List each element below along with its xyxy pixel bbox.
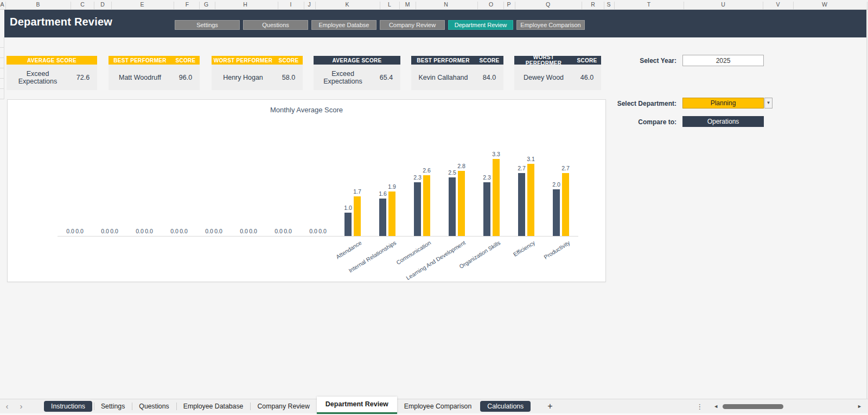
bar-value-label: 1.0 bbox=[340, 205, 356, 211]
nav-button-employee-databse[interactable]: Employee Databse bbox=[311, 20, 376, 30]
column-header-g: G bbox=[204, 1, 208, 8]
kpi-card-worst-performer-score-dept: WORST PERFORMERSCOREHenry Hogan58.0 bbox=[212, 56, 303, 90]
bar-value-label: 0.0 bbox=[210, 228, 227, 234]
column-header-u: U bbox=[721, 1, 725, 8]
nav-button-employee-comparison[interactable]: Employee Comparison bbox=[516, 20, 585, 30]
row-gridline-sliver bbox=[0, 37, 4, 99]
sheet-tab-company-review[interactable]: Company Review bbox=[250, 399, 316, 413]
column-divider bbox=[515, 2, 515, 9]
column-header-c: C bbox=[80, 1, 85, 8]
bar-yellow bbox=[388, 191, 395, 236]
bar-value-label: 1.7 bbox=[349, 188, 366, 195]
kpi-name: Exceed Expectations bbox=[7, 70, 69, 85]
kpi-header-label: AVERAGE SCORE bbox=[7, 58, 97, 63]
sheet-tab-settings[interactable]: Settings bbox=[94, 399, 132, 413]
column-divider bbox=[763, 2, 763, 9]
column-divider bbox=[380, 2, 380, 9]
chevron-left-icon[interactable]: ‹ bbox=[0, 399, 14, 413]
column-divider bbox=[416, 2, 416, 9]
nav-button-company-review[interactable]: Company Review bbox=[380, 20, 445, 30]
column-divider bbox=[94, 2, 94, 9]
column-header-b: B bbox=[36, 1, 40, 8]
horizontal-scrollbar-thumb[interactable] bbox=[723, 404, 783, 409]
kpi-card-body: Kevin Callahand84.0 bbox=[411, 65, 503, 90]
bar-value-label: 3.1 bbox=[523, 156, 539, 162]
scroll-left-icon[interactable]: ◄ bbox=[712, 404, 720, 409]
kpi-header-score-label: SCORE bbox=[171, 58, 200, 63]
chevron-down-icon[interactable]: ▼ bbox=[764, 98, 773, 108]
kpi-value: 46.0 bbox=[573, 74, 601, 81]
column-divider bbox=[215, 2, 215, 9]
kpi-card-body: Matt Woodruff96.0 bbox=[108, 65, 200, 90]
column-divider bbox=[399, 2, 400, 9]
sheet-tab-instructions[interactable]: Instructions bbox=[44, 401, 92, 412]
bar-navy bbox=[379, 199, 386, 236]
bar-value-label: 2.7 bbox=[558, 165, 574, 171]
kpi-value: 72.6 bbox=[69, 74, 97, 81]
sheet-tab-calculations[interactable]: Calculations bbox=[480, 401, 531, 412]
column-divider bbox=[111, 2, 112, 9]
nav-button-settings[interactable]: Settings bbox=[175, 20, 240, 30]
add-sheet-button[interactable]: + bbox=[543, 399, 557, 413]
bar-value-label: 2.3 bbox=[479, 174, 495, 181]
category-label: Productivity bbox=[542, 239, 571, 260]
bar-yellow bbox=[423, 175, 430, 236]
sheet-tab-employee-database[interactable]: Employee Database bbox=[176, 399, 251, 413]
kpi-card-average-score-compare: AVERAGE SCOREExceed Expectations65.4 bbox=[314, 56, 400, 90]
column-divider bbox=[304, 2, 304, 9]
app-header: Department Review SettingsQuestionsEmplo… bbox=[4, 10, 867, 37]
x-axis-line bbox=[58, 236, 578, 237]
column-header-s: S bbox=[607, 1, 610, 8]
bar-value-label: 0.0 bbox=[106, 228, 123, 234]
sheet-tab-employee-comparison[interactable]: Employee Comparison bbox=[397, 399, 478, 413]
bar-navy bbox=[344, 213, 352, 236]
column-divider bbox=[278, 2, 278, 9]
horizontal-scrollbar-track[interactable] bbox=[720, 404, 856, 409]
column-divider bbox=[174, 2, 174, 9]
column-header-r: R bbox=[591, 1, 595, 8]
bar-yellow bbox=[527, 164, 534, 236]
nav-button-questions[interactable]: Questions bbox=[243, 20, 308, 30]
kpi-value: 96.0 bbox=[171, 74, 200, 81]
bar-yellow bbox=[493, 159, 500, 236]
bar-value-label: 2.7 bbox=[514, 165, 530, 171]
scroll-right-icon[interactable]: ► bbox=[856, 404, 864, 409]
kpi-header-label: BEST PERFORMER bbox=[108, 58, 171, 63]
bar-navy bbox=[553, 189, 560, 236]
bar-yellow bbox=[354, 196, 361, 236]
year-input[interactable] bbox=[682, 55, 764, 66]
bar-navy bbox=[449, 177, 456, 236]
column-header-f: F bbox=[186, 1, 189, 8]
chart-plot-area: 0.00.00.00.00.00.00.00.00.00.00.00.00.00… bbox=[8, 100, 605, 282]
column-header-i: I bbox=[290, 1, 292, 8]
bar-value-label: 0.0 bbox=[176, 228, 192, 234]
header-nav: SettingsQuestionsEmployee DatabseCompany… bbox=[175, 20, 585, 30]
nav-button-department-review[interactable]: Department Review bbox=[448, 20, 513, 30]
column-divider bbox=[5, 2, 6, 9]
monthly-average-score-chart: Monthly Average Score 0.00.00.00.00.00.0… bbox=[7, 99, 606, 282]
bar-value-label: 0.0 bbox=[280, 228, 296, 234]
column-divider bbox=[867, 2, 867, 9]
column-header-o: O bbox=[489, 1, 493, 8]
department-dropdown[interactable]: Planning bbox=[682, 98, 764, 108]
sheet-tab-questions[interactable]: Questions bbox=[132, 399, 176, 413]
vertical-scrollbar-edge[interactable] bbox=[866, 10, 867, 399]
sheet-tab-strip: ‹ › InstructionsSettingsQuestionsEmploye… bbox=[0, 399, 868, 413]
scrollbar-cluster: ⋮ ◄ ► bbox=[696, 399, 868, 413]
kebab-icon[interactable]: ⋮ bbox=[696, 403, 703, 411]
sheet-tab-department-review[interactable]: Department Review bbox=[317, 397, 397, 414]
kpi-name: Exceed Expectations bbox=[314, 70, 372, 85]
category-label: Efficiency bbox=[512, 239, 536, 258]
spreadsheet-window: ABCDEFGHIJKLMNOPQRSTUVW Department Revie… bbox=[0, 0, 868, 415]
select-year-label: Select Year: bbox=[564, 57, 676, 65]
kpi-card-header: AVERAGE SCORE bbox=[7, 56, 97, 65]
compare-value-box[interactable]: Operations bbox=[682, 116, 764, 127]
column-divider bbox=[477, 2, 478, 9]
kpi-card-body: Dewey Wood46.0 bbox=[514, 65, 601, 90]
column-divider bbox=[315, 2, 316, 9]
bar-value-label: 2.3 bbox=[410, 174, 426, 181]
column-header-v: V bbox=[776, 1, 780, 8]
bar-value-label: 0.0 bbox=[245, 228, 261, 234]
chevron-right-icon[interactable]: › bbox=[14, 399, 28, 413]
sheet-tabs: InstructionsSettingsQuestionsEmployee Da… bbox=[42, 399, 532, 413]
